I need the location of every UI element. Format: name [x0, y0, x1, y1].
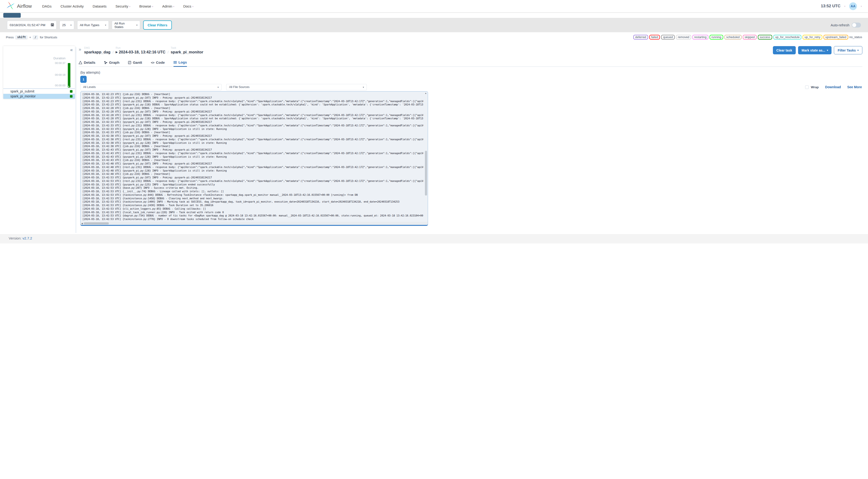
log-line: [2024-03-18, 13:42:48 UTC] {rest.py:231}… [83, 165, 424, 169]
shortcuts-hint: Press shift + / for Shortcuts [6, 35, 57, 39]
breadcrumb-run[interactable]: Run ▶2024-03-18, 13:42:16 UTC [116, 46, 165, 55]
nav-menu-item[interactable]: Cluster Activity ▾ [61, 4, 84, 8]
log-line: [2024-03-18, 13:42:38 UTC] {job.py:216} … [83, 145, 424, 148]
partially-scrolled-button[interactable] [3, 13, 21, 18]
log-line: [2024-03-18, 13:42:38 UTC] {rest.py:231}… [83, 138, 424, 141]
log-line: [2024-03-18, 13:42:53 UTC] {dagrun.py:73… [83, 214, 424, 217]
log-levels-select[interactable]: All Levels ▾ [80, 84, 221, 90]
run-types-select[interactable]: All Run Types ▾ [77, 21, 109, 29]
attempt-1-button[interactable]: 1 [80, 76, 87, 83]
collapse-sidebar-icon[interactable]: « [70, 47, 73, 53]
task-success-square[interactable] [70, 90, 72, 93]
log-line: [2024-03-18, 13:42:43 UTC] {pyspark_pi.p… [83, 148, 424, 152]
log-line: [2024-03-18, 13:42:53 UTC] {taskinstance… [83, 200, 424, 203]
tab-logs[interactable]: Logs [174, 60, 187, 67]
file-sources-select[interactable]: All File Sources ▾ [226, 84, 367, 90]
page-footer: Version: v2.7.2 [0, 234, 434, 240]
breadcrumb-task[interactable]: Task spark_pi_monitor [171, 46, 203, 55]
log-line: [2024-03-18, 13:42:43 UTC] {job.py:216} … [83, 158, 424, 162]
log-line: [2024-03-18, 13:42:53 UTC] {taskinstance… [83, 193, 424, 197]
breadcrumb-dag[interactable]: DAG sparkapp_dag [84, 46, 111, 55]
nav-menu-item[interactable]: Admin ▾ [162, 4, 175, 8]
duration-tick: 00:00:37 [55, 62, 65, 64]
log-controls: All Levels ▾ All File Sources ▾ Wrap Dow… [80, 84, 434, 90]
log-line: [2024-03-18, 13:42:53 UTC] {rest.py:231}… [83, 179, 424, 183]
horizontal-scrollbar-track[interactable] [81, 222, 428, 225]
log-line: [2024-03-18, 13:42:53 UTC] {local_task_j… [83, 211, 424, 214]
gantt-icon [128, 61, 131, 64]
log-line: [2024-03-18, 13:42:53 UTC] {__init__.py:… [83, 190, 424, 193]
horizontal-scrollbar-thumb[interactable] [84, 222, 109, 224]
scroll-up-icon[interactable]: ▲ [425, 92, 427, 94]
log-line: [2024-03-18, 13:42:33 UTC] {pyspark_pi.p… [83, 120, 424, 124]
task-row[interactable]: spark_pi_monitor [3, 94, 75, 99]
chevron-down-icon: ▾ [129, 5, 130, 8]
task-success-square[interactable] [70, 95, 72, 98]
log-line: [2024-03-18, 13:42:23 UTC] {pyspark_pi.p… [83, 96, 424, 99]
vertical-scrollbar-thumb[interactable] [425, 151, 427, 195]
logs-icon [174, 61, 177, 64]
clear-filters-button[interactable]: Clear Filters [143, 21, 172, 30]
expand-panel-icon[interactable]: » [79, 46, 81, 52]
detail-tabs: Details Graph Gantt <> Code Logs [79, 59, 434, 67]
log-line: [2024-03-18, 13:42:23 UTC] {pyspark_pi.p… [83, 103, 424, 106]
log-line: [2024-03-18, 13:42:53 UTC] {taskinstance… [83, 217, 424, 221]
top-navbar: Airflow DAGs ▾ Cluster Activity ▾ Datase… [0, 0, 434, 12]
task-sidebar: « Duration 00:00:37 00:00:18 00:00:00 ▶ … [3, 46, 75, 99]
log-line: [2024-03-18, 13:42:28 UTC] {pyspark_pi.p… [83, 110, 424, 114]
details-panel-header: » DAG sparkapp_dag / Run ▶2024-03-18, 13… [79, 46, 434, 57]
log-line: [2024-03-18, 13:42:53 UTC] {pyspark_pi.p… [83, 183, 424, 186]
nav-menu-item[interactable]: Docs ▾ [183, 4, 193, 8]
run-states-select[interactable]: All Run States ▾ [112, 21, 140, 29]
duration-axis-label: Duration [54, 57, 65, 60]
log-line: [2024-03-18, 13:42:48 UTC] {pyspark_pi.p… [83, 162, 424, 165]
version-label: Version: [9, 236, 22, 240]
code-icon: <> [151, 61, 154, 64]
nav-menu-item[interactable]: Browse ▾ [140, 4, 153, 8]
scroll-left-icon[interactable]: ◀ [81, 222, 83, 225]
log-line: [2024-03-18, 13:42:43 UTC] {pyspark_pi.p… [83, 155, 424, 159]
airflow-pinwheel-icon [6, 1, 15, 11]
log-line: [2024-03-18, 13:42:23 UTC] {job.py:216} … [83, 92, 424, 96]
log-line: [2024-03-18, 13:42:28 UTC] {rest.py:231}… [83, 114, 424, 117]
chevron-down-icon: ▾ [152, 5, 153, 8]
airflow-logo[interactable]: Airflow [6, 1, 32, 11]
brand-title: Airflow [17, 3, 32, 9]
run-filter-bar: 03/18/2024, 01:52:47 PM 25 ▾ All Run Typ… [0, 18, 434, 32]
tab-code[interactable]: <> Code [151, 60, 165, 66]
by-attempts-label: (by attempts) [80, 71, 100, 74]
nav-menu: DAGs ▾ Cluster Activity ▾ Datasets ▾ Sec… [42, 4, 193, 8]
duration-bar[interactable]: ▶ [68, 63, 70, 88]
log-line: [2024-03-18, 13:42:28 UTC] {pyspark_pi.p… [83, 117, 424, 120]
log-line: [2024-03-18, 13:42:38 UTC] {pyspark_pi.p… [83, 141, 424, 145]
page-size-select[interactable]: 25 ▾ [60, 21, 74, 29]
calendar-icon[interactable] [51, 23, 54, 27]
warning-triangle-icon [79, 61, 82, 64]
log-line: [2024-03-18, 13:42:53 UTC] {base.py:287}… [83, 186, 424, 190]
log-viewer[interactable]: [2024-03-18, 13:42:23 UTC] {job.py:216} … [80, 91, 428, 226]
duration-tick: 00:00:18 [55, 73, 65, 76]
run-play-icon: ▶ [116, 50, 118, 55]
log-line: [2024-03-18, 13:42:53 UTC] {taskinstance… [83, 203, 424, 207]
base-date-input[interactable]: 03/18/2024, 01:52:47 PM [7, 21, 57, 29]
tab-details[interactable]: Details [79, 60, 95, 66]
log-content: [2024-03-18, 13:42:23 UTC] {job.py:216} … [83, 92, 424, 221]
graph-icon [104, 61, 107, 64]
legend-row: Press shift + / for Shortcuts deferred f… [0, 34, 434, 40]
log-line: [2024-03-18, 13:42:23 UTC] {rest.py:231}… [83, 99, 424, 103]
chevron-down-icon: ▾ [105, 24, 106, 26]
tab-graph[interactable]: Graph [104, 60, 119, 66]
slash-key: / [33, 35, 38, 39]
log-line: [2024-03-18, 13:42:53 UTC] {taskinstance… [83, 197, 424, 200]
task-row[interactable]: spark_pi_submit [3, 89, 75, 94]
nav-menu-item[interactable]: Security ▾ [116, 4, 130, 8]
tab-gantt[interactable]: Gantt [128, 60, 142, 66]
panel-divider[interactable] [75, 47, 76, 233]
nav-menu-item[interactable]: Datasets ▾ [93, 4, 106, 8]
task-name: spark_pi_monitor [10, 94, 35, 98]
nav-menu-item[interactable]: DAGs ▾ [42, 4, 52, 8]
task-list: spark_pi_submit spark_pi_monitor [3, 89, 75, 99]
version-link[interactable]: v2.7.2 [22, 236, 32, 240]
log-line: [2024-03-18, 13:42:43 UTC] {rest.py:231}… [83, 152, 424, 155]
log-line: [2024-03-18, 13:42:33 UTC] {rest.py:231}… [83, 124, 424, 127]
